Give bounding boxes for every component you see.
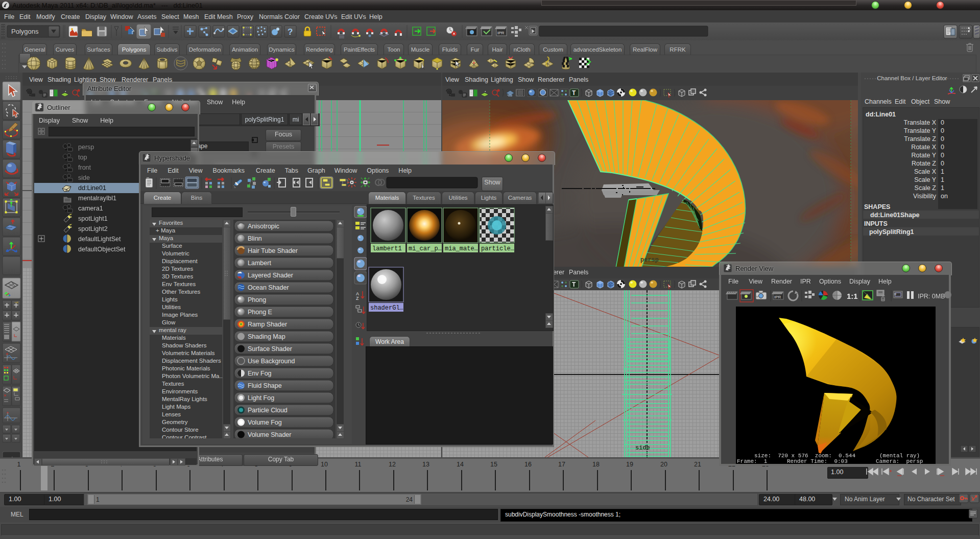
svg-text:20: 20: [660, 461, 667, 468]
svg-text:persp: persp: [640, 256, 659, 264]
svg-text:21: 21: [694, 461, 701, 468]
svg-text:Ramp Shader: Ramp Shader: [248, 321, 287, 328]
svg-text:persp: persp: [78, 144, 94, 151]
svg-text:Z: Z: [356, 296, 359, 301]
svg-text:top: top: [78, 154, 87, 161]
svg-text:mentalrayIbl1: mentalrayIbl1: [78, 195, 116, 202]
svg-text:spotLight1: spotLight1: [78, 215, 108, 222]
svg-text:dd:Line01: dd:Line01: [78, 184, 106, 192]
svg-text:Blinn: Blinn: [248, 235, 262, 242]
svg-text:IPR: IPR: [497, 31, 505, 35]
svg-text:Volume Fog: Volume Fog: [248, 419, 282, 426]
svg-text:w: w: [894, 292, 897, 295]
svg-text:Volume Shader: Volume Shader: [248, 431, 291, 438]
svg-text:shaderGl…: shaderGl…: [370, 304, 403, 312]
svg-text:13: 13: [422, 461, 429, 468]
svg-text:19: 19: [626, 461, 633, 468]
svg-text:18: 18: [592, 461, 600, 468]
svg-text:?: ?: [288, 27, 293, 37]
svg-text:Fluid Shape: Fluid Shape: [248, 382, 282, 389]
svg-text:Lambert: Lambert: [248, 260, 271, 267]
svg-text:12: 12: [389, 461, 396, 468]
svg-text:defaultLightSet: defaultLightSet: [78, 236, 121, 243]
svg-text:11: 11: [355, 461, 362, 468]
svg-text:Layered Shader: Layered Shader: [248, 272, 293, 279]
svg-text:Anisotropic: Anisotropic: [248, 223, 279, 230]
svg-text:mia_mate…: mia_mate…: [445, 245, 478, 252]
svg-text:particle…: particle…: [481, 245, 514, 252]
svg-text:front: front: [78, 164, 91, 171]
svg-text:17: 17: [558, 461, 565, 468]
svg-text:Use Background: Use Background: [248, 358, 295, 365]
svg-text:15: 15: [490, 461, 497, 468]
svg-text:1: 1: [17, 461, 21, 468]
svg-text:side: side: [635, 444, 650, 452]
svg-text:IPR: IPR: [774, 295, 781, 299]
svg-text:side: side: [78, 174, 90, 181]
svg-text:Ocean Shader: Ocean Shader: [248, 284, 289, 291]
svg-text:Phong: Phong: [248, 296, 266, 303]
svg-text:Shading Map: Shading Map: [248, 333, 285, 340]
svg-text:Env Fog: Env Fog: [248, 370, 272, 377]
svg-text:Surface Shader: Surface Shader: [248, 345, 292, 353]
svg-text:Particle Cloud: Particle Cloud: [248, 407, 288, 414]
svg-text:16: 16: [524, 461, 532, 468]
svg-text:14: 14: [457, 461, 464, 468]
svg-text:Phong E: Phong E: [248, 309, 272, 316]
svg-text:camera1: camera1: [78, 205, 103, 212]
svg-text:10: 10: [321, 461, 328, 468]
svg-text:lambert1: lambert1: [372, 245, 402, 252]
svg-text:defaultObjectSet: defaultObjectSet: [78, 246, 126, 253]
svg-text:IPR: 0MB: IPR: 0MB: [918, 293, 945, 300]
svg-text:Light Fog: Light Fog: [248, 394, 274, 402]
svg-text:Polygons: Polygons: [11, 28, 39, 35]
svg-text:mi_car_p…: mi_car_p…: [409, 245, 442, 252]
svg-text:spotLight2: spotLight2: [78, 225, 108, 232]
svg-text:1:1: 1:1: [847, 292, 858, 300]
svg-text:Hair Tube Shader: Hair Tube Shader: [248, 247, 298, 254]
